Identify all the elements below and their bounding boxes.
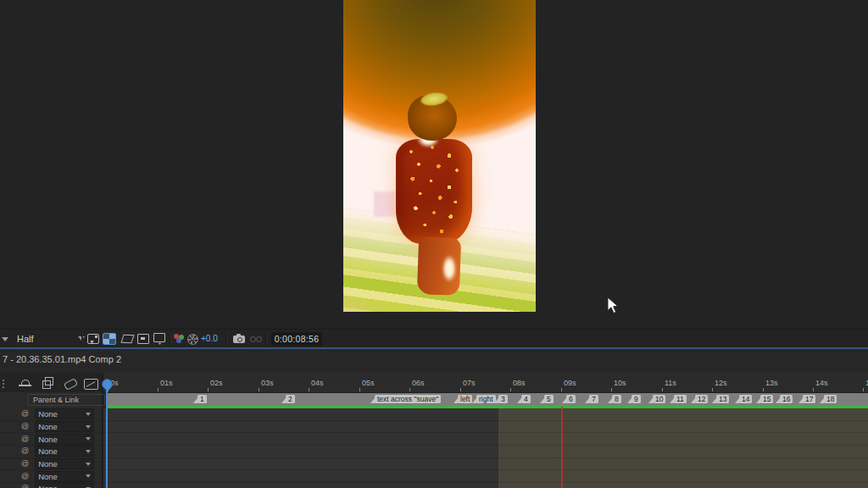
layer-row: @ None — [0, 433, 102, 446]
current-time-indicator-line[interactable] — [106, 390, 108, 488]
video-frame — [343, 0, 536, 312]
ruler-tick-label: 08s — [513, 379, 526, 387]
comp-marker[interactable]: 15 — [760, 395, 773, 403]
chevron-down-icon — [86, 463, 91, 466]
comp-marker[interactable]: 7 — [589, 395, 598, 403]
viewer-toolbar: Half ▼ +0.0 — [0, 329, 868, 348]
ruler-tick-label: 05s — [362, 379, 375, 387]
pickwhip-icon[interactable]: @ — [21, 423, 29, 430]
pickwhip-icon[interactable]: @ — [21, 447, 29, 455]
comp-marker[interactable]: 9 — [632, 395, 641, 403]
comp-marker[interactable]: 2 — [286, 395, 295, 403]
show-channel-icon[interactable] — [173, 333, 187, 346]
parent-value: None — [38, 446, 58, 456]
chevron-down-icon — [86, 437, 91, 441]
comp-marker[interactable]: 17 — [803, 395, 815, 403]
parent-dropdown[interactable]: None — [35, 446, 94, 457]
comp-marker[interactable]: 13 — [716, 395, 729, 403]
ruler-tick-label: 01s — [160, 379, 173, 387]
pickwhip-icon[interactable]: @ — [21, 485, 29, 488]
pickwhip-icon[interactable]: @ — [21, 473, 29, 480]
ruler-tick-label: 12s — [715, 379, 727, 387]
after-effects-window: Half ▼ +0.0 — [0, 0, 868, 488]
ruler-tick-label: 06s — [412, 379, 425, 387]
magnification-dropdown[interactable]: Half — [12, 331, 90, 346]
ruler-tick-label: 14s — [815, 379, 828, 387]
parent-value: None — [38, 484, 58, 488]
ruler-tick-label: 04s — [311, 379, 324, 387]
comp-marker[interactable]: 14 — [739, 395, 752, 403]
ruler-tick-label: 13s — [765, 379, 778, 387]
parent-value: None — [38, 422, 58, 431]
chevron-down-icon[interactable] — [2, 337, 8, 341]
layer-rows: @ None @ None @ None — [0, 408, 102, 488]
comp-marker[interactable]: 11 — [674, 395, 687, 403]
comp-marker[interactable]: right — [476, 395, 496, 403]
pickwhip-icon[interactable]: @ — [21, 460, 29, 468]
parent-dropdown[interactable]: None — [35, 421, 94, 432]
magnification-value: Half — [17, 334, 34, 344]
toolbar-separator — [265, 332, 267, 346]
comp-marker[interactable]: 16 — [780, 395, 793, 403]
video-figure-body — [396, 139, 472, 244]
ruler-tick-label: 03s — [261, 379, 274, 387]
transparency-grid-icon[interactable] — [103, 333, 117, 346]
toolbar-separator — [225, 332, 227, 346]
comp-marker[interactable]: 10 — [653, 395, 665, 403]
comp-marker[interactable]: 5 — [544, 395, 554, 403]
ruler-tick-label: 11s — [665, 379, 676, 387]
layer-row: @ None — [0, 408, 102, 421]
chevron-down-icon — [86, 450, 91, 453]
parent-value: None — [38, 435, 58, 444]
layer-list-panel: Parent & Link @ None @ None @ — [0, 392, 102, 488]
parent-dropdown[interactable]: None — [35, 434, 94, 445]
chevron-down-icon — [86, 413, 91, 416]
time-ruler-labels: 0s01s02s03s04s05s06s07s08s09s10s11s12s13… — [0, 374, 868, 392]
parent-value: None — [38, 472, 58, 481]
toolbar-separator — [170, 332, 171, 346]
parent-value: None — [38, 409, 58, 419]
ruler-tick-label: 07s — [463, 379, 476, 387]
pickwhip-icon[interactable]: @ — [21, 435, 29, 443]
video-figure-foot-highlight — [440, 251, 459, 286]
track-area-light[interactable] — [498, 408, 868, 488]
comp-marker[interactable]: 3 — [498, 395, 508, 403]
comp-marker[interactable]: left — [458, 395, 472, 403]
current-time-indicator-handle[interactable] — [102, 379, 113, 390]
snapshot-icon[interactable] — [233, 333, 248, 346]
show-snapshot-icon[interactable] — [250, 333, 264, 346]
view-options-icon[interactable]: ▼ — [86, 333, 101, 346]
timeline-tab-bar: 7 - 20.36.35.01.mp4 Comp 2 — [0, 349, 868, 374]
pixel-aspect-icon[interactable] — [153, 333, 167, 346]
parent-dropdown[interactable]: None — [35, 458, 94, 469]
mask-visibility-icon[interactable] — [120, 333, 135, 346]
chevron-down-icon — [86, 425, 91, 429]
parent-dropdown[interactable]: None — [35, 471, 94, 482]
playhead-line[interactable] — [561, 407, 563, 488]
region-of-interest-icon[interactable] — [136, 333, 151, 346]
layer-row: @ None — [0, 470, 102, 483]
ruler-tick-label: 02s — [210, 379, 223, 387]
comp-marker[interactable]: 6 — [566, 395, 576, 403]
composition-viewer — [0, 0, 868, 347]
comp-marker[interactable]: 1 — [198, 395, 207, 403]
parent-dropdown[interactable]: None — [35, 483, 94, 488]
track-area-dark[interactable] — [103, 408, 498, 488]
comp-marker[interactable]: 8 — [612, 395, 621, 403]
exposure-value[interactable]: +0.0 — [201, 334, 218, 343]
comp-marker[interactable]: 18 — [824, 395, 837, 403]
adjust-exposure-icon[interactable] — [186, 333, 201, 346]
ruler-tick-label: 10s — [614, 379, 626, 387]
toolbar-separator — [81, 332, 83, 346]
current-time-display[interactable]: 0:00:08:56 — [271, 332, 322, 346]
pickwhip-icon[interactable]: @ — [21, 410, 29, 418]
tab-comp[interactable]: 7 - 20.36.35.01.mp4 Comp 2 — [3, 354, 121, 364]
comp-marker[interactable]: 12 — [695, 395, 708, 403]
parent-dropdown[interactable]: None — [35, 408, 94, 419]
comp-marker[interactable]: text across "suave" — [375, 395, 441, 403]
comp-marker[interactable]: 4 — [521, 395, 531, 403]
chevron-down-icon — [86, 474, 91, 478]
layer-row: @ None — [0, 421, 102, 434]
mouse-cursor — [607, 297, 620, 315]
layer-row: @ None — [0, 483, 102, 488]
